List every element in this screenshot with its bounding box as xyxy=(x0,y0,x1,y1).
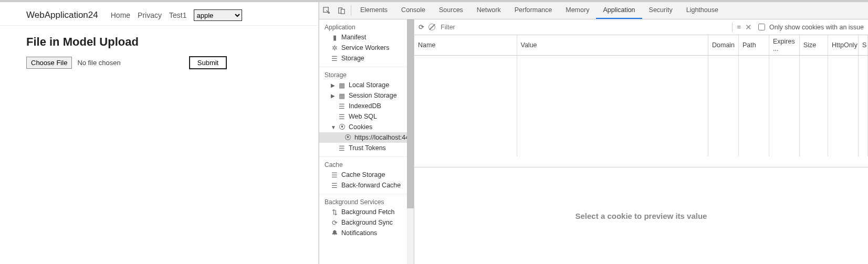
sidebar-item-bg-sync[interactable]: ⟳Background Sync xyxy=(319,217,414,228)
refresh-icon[interactable]: ⟳ xyxy=(419,23,424,31)
database-icon: ☰ xyxy=(331,55,338,62)
only-issue-checkbox[interactable]: Only show cookies with an issue xyxy=(756,22,864,32)
sidebar-item-indexeddb[interactable]: ☰IndexedDB xyxy=(319,101,414,111)
manifest-icon: ▮ xyxy=(331,34,338,41)
sidebar-item-notifications[interactable]: 🔔︎Notifications xyxy=(319,228,414,238)
sidebar-item-cache-storage[interactable]: ☰Cache Storage xyxy=(319,170,414,180)
block-icon[interactable] xyxy=(428,24,435,30)
cookies-toolbar: ⟳ ≡ ✕ Only show cookies with an issue xyxy=(414,19,868,35)
submit-button[interactable]: Submit xyxy=(189,56,227,69)
sync-icon: ⇅ xyxy=(331,208,338,216)
database-icon: ☰ xyxy=(338,113,346,120)
page-heading: File in Model Upload xyxy=(26,35,292,49)
devtools-panel: Elements Console Sources Network Perform… xyxy=(319,2,868,264)
col-httponly[interactable]: HttpOnly xyxy=(828,35,859,56)
col-expires[interactable]: Expires ... xyxy=(769,35,800,56)
choose-file-button[interactable]: Choose File xyxy=(26,57,72,69)
bell-icon: 🔔︎ xyxy=(331,229,338,237)
chevron-right-icon: ▶ xyxy=(331,82,335,88)
chevron-right-icon: ▶ xyxy=(331,93,335,99)
col-domain[interactable]: Domain xyxy=(708,35,739,56)
database-icon: ☰ xyxy=(338,102,346,110)
fruit-select[interactable]: apple xyxy=(194,9,242,21)
svg-rect-2 xyxy=(341,9,344,13)
sidebar-item-service-workers[interactable]: ✲Service Workers xyxy=(319,43,414,53)
site-nav: WebApplication24 Home Privacy Test1 appl… xyxy=(0,2,318,26)
tab-memory[interactable]: Memory xyxy=(559,2,596,19)
chevron-down-icon: ▼ xyxy=(331,124,335,130)
brand-title[interactable]: WebApplication24 xyxy=(26,10,98,20)
sidebar-item-websql[interactable]: ☰Web SQL xyxy=(319,111,414,122)
database-icon: ☰ xyxy=(331,182,338,189)
sidebar-scrollbar[interactable] xyxy=(407,19,414,264)
table-row[interactable] xyxy=(414,131,868,144)
nav-home[interactable]: Home xyxy=(111,11,130,19)
table-row[interactable] xyxy=(414,81,868,93)
tab-security[interactable]: Security xyxy=(642,2,679,19)
sidebar-section-bg: Background Services xyxy=(319,194,414,207)
col-s[interactable]: S xyxy=(859,35,868,56)
sidebar-item-session-storage[interactable]: ▶▦Session Storage xyxy=(319,90,414,101)
filter-input[interactable] xyxy=(440,23,613,31)
sidebar-item-storage[interactable]: ☰Storage xyxy=(319,53,414,64)
device-toggle-icon[interactable] xyxy=(334,7,349,15)
cookies-table[interactable]: Name Value Domain Path Expires ... Size … xyxy=(414,35,868,167)
cookie-preview-placeholder: Select a cookie to preview its value xyxy=(414,167,868,264)
grid-icon: ▦ xyxy=(338,81,346,89)
sidebar-item-local-storage[interactable]: ▶▦Local Storage xyxy=(319,80,414,90)
cookie-icon: ⦿ xyxy=(338,123,346,131)
tab-console[interactable]: Console xyxy=(394,2,432,19)
file-status-text: No file chosen xyxy=(77,59,120,67)
tab-application[interactable]: Application xyxy=(596,2,642,19)
nav-test1[interactable]: Test1 xyxy=(169,11,186,19)
sidebar-item-bg-fetch[interactable]: ⇅Background Fetch xyxy=(319,207,414,217)
sidebar-item-bf-cache[interactable]: ☰Back-forward Cache xyxy=(319,180,414,191)
table-row[interactable] xyxy=(414,119,868,131)
col-name[interactable]: Name xyxy=(414,35,517,56)
tab-network[interactable]: Network xyxy=(470,2,508,19)
sidebar-item-cookies-host[interactable]: ⦿https://localhost:44359 xyxy=(319,132,414,143)
table-row[interactable] xyxy=(414,93,868,106)
table-row[interactable] xyxy=(414,56,868,68)
col-value[interactable]: Value xyxy=(517,35,708,56)
sidebar-item-trust-tokens[interactable]: ☰Trust Tokens xyxy=(319,143,414,153)
sidebar-section-storage: Storage xyxy=(319,67,414,80)
table-row[interactable] xyxy=(414,106,868,119)
col-path[interactable]: Path xyxy=(739,35,769,56)
tab-elements[interactable]: Elements xyxy=(353,2,394,19)
refresh-icon: ⟳ xyxy=(331,219,338,226)
sidebar-section-application: Application xyxy=(319,19,414,32)
database-icon: ☰ xyxy=(338,144,346,152)
sidebar-item-cookies[interactable]: ▼⦿Cookies xyxy=(319,122,414,132)
database-icon: ☰ xyxy=(331,171,338,178)
nav-privacy[interactable]: Privacy xyxy=(138,11,162,19)
gear-icon: ✲ xyxy=(331,44,338,51)
application-sidebar[interactable]: Application ▮Manifest ✲Service Workers ☰… xyxy=(319,19,414,264)
tab-lighthouse[interactable]: Lighthouse xyxy=(679,2,725,19)
table-row[interactable] xyxy=(414,144,868,156)
sidebar-section-cache: Cache xyxy=(319,157,414,170)
tab-performance[interactable]: Performance xyxy=(508,2,559,19)
cookie-icon: ⦿ xyxy=(344,134,351,141)
filter-expand-icon[interactable]: ≡ xyxy=(737,23,741,31)
grid-icon: ▦ xyxy=(338,92,346,99)
clear-all-icon[interactable]: ✕ xyxy=(745,23,752,32)
web-page: WebApplication24 Home Privacy Test1 appl… xyxy=(0,2,319,264)
col-size[interactable]: Size xyxy=(800,35,828,56)
table-row[interactable] xyxy=(414,68,868,81)
devtools-tabbar: Elements Console Sources Network Perform… xyxy=(319,2,868,19)
sidebar-item-manifest[interactable]: ▮Manifest xyxy=(319,32,414,43)
tab-sources[interactable]: Sources xyxy=(432,2,470,19)
inspect-icon[interactable] xyxy=(319,7,334,15)
